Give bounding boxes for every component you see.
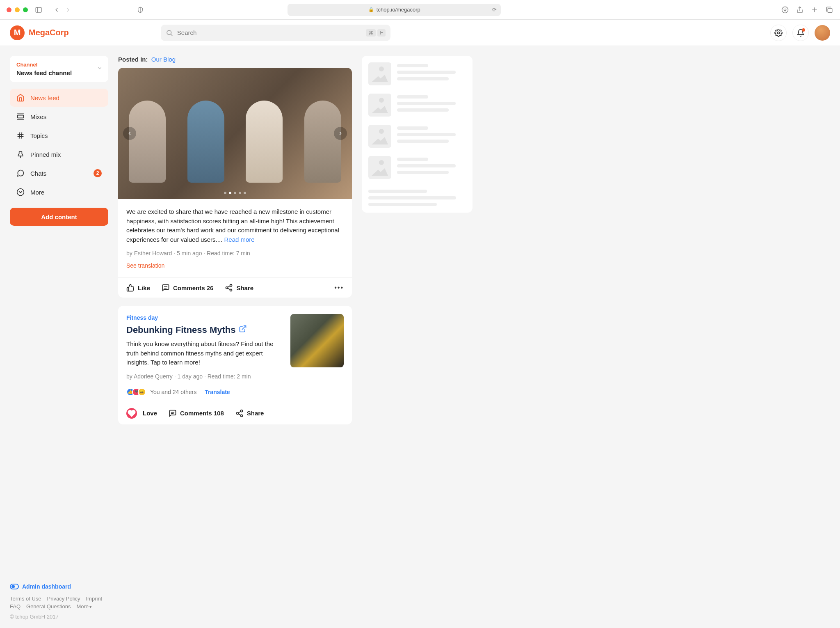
window-controls <box>7 7 28 12</box>
carousel-next[interactable] <box>334 127 347 140</box>
lock-icon: 🔒 <box>368 7 374 12</box>
close-window[interactable] <box>7 7 11 12</box>
see-translation-link[interactable]: See translation <box>126 262 164 269</box>
svg-rect-12 <box>18 115 24 118</box>
reload-icon[interactable]: ⟳ <box>492 7 497 13</box>
chats-badge: 2 <box>94 169 102 177</box>
skeleton-item <box>368 62 466 85</box>
svg-line-17 <box>19 133 20 139</box>
skeleton-item <box>368 125 466 148</box>
nav-label: Topics <box>30 132 48 139</box>
channel-label: Channel <box>16 62 102 68</box>
channel-selector[interactable]: Channel News feed channel <box>10 56 108 82</box>
nav-label: Mixes <box>30 113 46 120</box>
chevron-down-circle-icon <box>16 188 25 196</box>
share-button[interactable]: Share <box>225 284 253 292</box>
nav-topics[interactable]: Topics <box>10 126 108 144</box>
search-icon <box>166 29 173 37</box>
post-hero-image <box>118 68 352 199</box>
comments-button[interactable]: Comments 108 <box>169 409 224 417</box>
post-meta: by Esther Howard · 5 min ago · Read time… <box>126 250 344 257</box>
haha-reaction-icon: 😄 <box>138 388 146 396</box>
url-text: tchop.io/megacorp <box>377 7 420 13</box>
nav-more[interactable]: More <box>10 183 108 201</box>
svg-line-27 <box>228 286 231 287</box>
reaction-icons: 👍 ❤ 😄 <box>126 388 146 396</box>
post-card: Fitness day Debunking Fitness Myths Thin… <box>118 306 352 424</box>
translate-link[interactable]: Translate <box>205 389 230 395</box>
svg-rect-8 <box>828 8 832 13</box>
new-tab-icon[interactable] <box>810 6 819 14</box>
notifications-button[interactable] <box>792 25 809 41</box>
nav-chats[interactable]: Chats 2 <box>10 164 108 182</box>
external-link-icon <box>239 325 247 335</box>
mixes-icon <box>16 112 25 121</box>
reactions-row[interactable]: 👍 ❤ 😄 You and 24 others Translate <box>118 388 352 402</box>
post-text: We are excited to share that we have rea… <box>126 207 344 244</box>
comments-button[interactable]: Comments 26 <box>162 284 213 292</box>
heart-icon <box>126 408 137 419</box>
add-content-button[interactable]: Add content <box>10 208 108 226</box>
svg-point-11 <box>778 32 780 34</box>
post-actions: Like Comments 26 Share ••• <box>118 277 352 298</box>
tabs-icon[interactable] <box>825 6 833 14</box>
feed: Posted in: Our Blog We are excited to sh… <box>118 56 352 424</box>
post-card: We are excited to share that we have rea… <box>118 68 352 298</box>
like-button[interactable]: Like <box>126 284 150 292</box>
brand-name: MegaCorp <box>29 28 69 37</box>
app-header: M MegaCorp ⌘F <box>0 20 840 46</box>
svg-point-20 <box>17 189 24 196</box>
download-icon[interactable] <box>781 6 789 14</box>
notification-dot <box>802 28 805 32</box>
skeleton-item <box>368 94 466 117</box>
settings-button[interactable] <box>770 25 787 41</box>
post-menu-button[interactable]: ••• <box>334 284 344 291</box>
pin-icon <box>16 150 25 158</box>
nav-pinned-mix[interactable]: Pinned mix <box>10 145 108 163</box>
sidebar-toggle-icon[interactable] <box>34 6 43 14</box>
shield-icon[interactable] <box>136 6 144 14</box>
chat-icon <box>16 169 25 177</box>
nav-mixes[interactable]: Mixes <box>10 108 108 126</box>
post-title[interactable]: Debunking Fitness Myths <box>126 325 283 335</box>
url-bar[interactable]: 🔒 tchop.io/megacorp ⟳ <box>288 4 501 16</box>
carousel-prev[interactable] <box>123 127 136 140</box>
svg-line-26 <box>228 288 231 289</box>
chevron-down-icon <box>97 65 103 73</box>
browser-chrome: 🔒 tchop.io/megacorp ⟳ <box>0 0 840 20</box>
carousel-dots[interactable] <box>224 192 246 194</box>
svg-line-10 <box>171 34 172 36</box>
sidebar: Channel News feed channel News feed Mixe… <box>10 56 108 226</box>
svg-line-35 <box>238 411 241 413</box>
maximize-window[interactable] <box>23 7 28 12</box>
logo[interactable]: M MegaCorp <box>10 25 69 40</box>
nav-label: Pinned mix <box>30 151 61 158</box>
share-icon[interactable] <box>796 6 804 14</box>
home-icon <box>16 94 25 102</box>
hash-icon <box>16 131 25 140</box>
svg-line-28 <box>242 326 246 330</box>
forward-icon[interactable] <box>64 6 72 14</box>
svg-rect-0 <box>36 7 41 12</box>
minimize-window[interactable] <box>15 7 20 12</box>
posted-in: Posted in: Our Blog <box>118 56 352 68</box>
posted-in-link[interactable]: Our Blog <box>151 56 176 63</box>
love-button[interactable]: Love <box>126 408 157 419</box>
skeleton-item <box>368 156 466 179</box>
reactions-text: You and 24 others <box>150 389 196 395</box>
channel-name: News feed channel <box>16 69 102 76</box>
search-input[interactable] <box>177 29 362 36</box>
read-more-link[interactable]: Read more <box>222 236 254 243</box>
share-button[interactable]: Share <box>235 409 264 417</box>
user-avatar[interactable] <box>815 25 830 41</box>
post-tag-link[interactable]: Fitness day <box>126 314 158 321</box>
search-bar[interactable]: ⌘F <box>161 25 390 41</box>
back-icon[interactable] <box>52 6 61 14</box>
nav-news-feed[interactable]: News feed <box>10 89 108 107</box>
nav-label: News feed <box>30 94 59 101</box>
nav-label: Chats <box>30 170 46 177</box>
post-meta: by Adorlee Querry · 1 day ago · Read tim… <box>126 373 283 380</box>
svg-line-18 <box>21 133 22 139</box>
post-description: Think you know everything about fitness?… <box>126 339 283 367</box>
logo-badge: M <box>10 25 25 40</box>
